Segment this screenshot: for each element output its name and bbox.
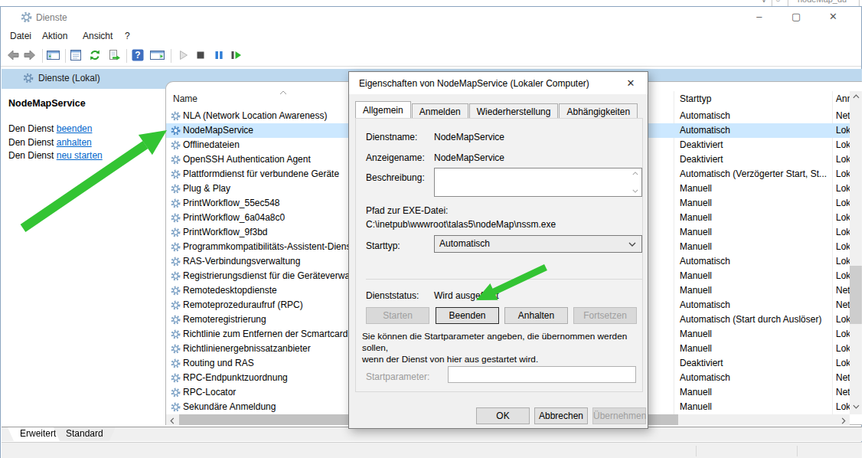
service-name-cell: Plug & Play <box>183 183 230 194</box>
tab-anmelden[interactable]: Anmelden <box>412 103 468 119</box>
close-button[interactable]: ✕ <box>816 7 850 28</box>
properties-dialog: Eigenschaften von NodeMapService (Lokale… <box>348 71 648 429</box>
service-starttype-cell: Automatisch <box>680 372 730 383</box>
column-header-starttype[interactable]: Starttyp <box>680 93 711 104</box>
title-bar[interactable]: Dienste – ▢ ✕ <box>1 7 861 28</box>
service-logon-cell: Lokales System <box>836 343 850 354</box>
dialog-title-bar[interactable]: Eigenschaften von NodeMapService (Lokale… <box>349 72 648 94</box>
service-gear-icon <box>171 329 181 342</box>
menu-help[interactable]: ? <box>125 31 130 41</box>
start-service-icon[interactable] <box>176 48 191 64</box>
scroll-up-icon[interactable] <box>850 91 862 104</box>
service-name-cell: Routing und RAS <box>183 358 254 368</box>
service-name-cell: Remotedesktopdienste <box>183 285 277 296</box>
service-starttype-cell: Manuell <box>680 329 712 339</box>
startparameter-input[interactable] <box>448 366 636 383</box>
service-logon-cell: Lokales System <box>836 358 850 368</box>
service-gear-icon <box>171 169 181 182</box>
selected-service-title: NodeMapService <box>8 98 86 109</box>
back-icon[interactable] <box>6 48 21 64</box>
service-starttype-cell: Manuell <box>680 212 712 223</box>
service-logon-cell: Netzwerkdienst <box>836 387 850 397</box>
service-logon-cell: Lokales System <box>836 154 850 165</box>
restart-service-icon[interactable] <box>229 48 244 64</box>
service-name-cell: OpenSSH Authentication Agent <box>183 154 311 165</box>
dienststatus-value: Wird ausgeführt <box>434 290 499 301</box>
service-logon-cell: Netzwerkdienst <box>836 110 850 121</box>
column-header-logon[interactable]: Anmelden als <box>836 93 850 104</box>
link-prefix: Den Dienst <box>8 123 57 134</box>
service-gear-icon <box>171 198 181 211</box>
vertical-scroll-thumb[interactable] <box>850 266 862 324</box>
scroll-left-icon[interactable] <box>166 414 178 425</box>
startparameter-label: Startparameter: <box>366 371 429 382</box>
ok-button[interactable]: OK <box>476 407 530 424</box>
service-logon-cell: Lokales System <box>836 212 850 223</box>
column-header-name[interactable]: Name <box>173 93 197 104</box>
service-name-cell: RPC-Locator <box>183 387 236 397</box>
maximize-button[interactable]: ▢ <box>779 7 814 28</box>
service-logon-cell: Lokales System <box>836 256 850 267</box>
properties-icon[interactable] <box>69 48 84 64</box>
vertical-scrollbar[interactable] <box>850 91 862 414</box>
starttyp-select[interactable]: Automatisch <box>434 235 642 253</box>
pause-service-icon[interactable] <box>212 48 227 64</box>
beenden-button[interactable]: Beenden <box>436 307 499 324</box>
screen: ∨ ○ nodeMap_du Dienste – ▢ ✕ Datei Aktio… <box>0 0 868 458</box>
export-list-icon[interactable] <box>107 48 122 64</box>
show-console-tree-icon[interactable] <box>46 48 61 64</box>
service-gear-icon <box>171 257 181 269</box>
service-name-cell: Sekundäre Anmeldung <box>183 401 276 412</box>
minimize-button[interactable]: – <box>742 7 776 28</box>
pfad-value: C:\inetpub\wwwroot\talas5\nodeMap\nssm.e… <box>366 219 556 230</box>
service-logon-cell: Netzwerkdienst <box>836 285 850 296</box>
service-gear-icon <box>171 213 181 225</box>
help-icon[interactable]: ? <box>131 48 146 64</box>
scroll-right-icon[interactable] <box>837 414 850 425</box>
anhalten-button[interactable]: Anhalten <box>504 307 568 324</box>
uebernehmen-button[interactable]: Übernehmen <box>592 407 646 424</box>
startparameter-hint-line1: Sie können die Startparameter angeben, d… <box>362 331 642 354</box>
restart-service-link[interactable]: neu starten <box>57 150 103 161</box>
tab-standard[interactable]: Standard <box>54 427 116 441</box>
service-starttype-cell: Manuell <box>680 183 712 194</box>
menu-datei[interactable]: Datei <box>10 31 31 41</box>
fortsetzen-button[interactable]: Fortsetzen <box>573 307 637 324</box>
services-gear-icon <box>21 11 32 25</box>
refresh-icon[interactable] <box>88 48 103 64</box>
show-action-pane-icon[interactable] <box>149 48 165 64</box>
service-name-cell: Offlinedateien <box>183 139 240 150</box>
stop-service-link[interactable]: beenden <box>57 123 93 134</box>
pause-service-link[interactable]: anhalten <box>57 137 92 148</box>
service-name-cell: Richtlinienergebnissatzanbieter <box>183 343 311 354</box>
textarea-scrollbar[interactable] <box>630 169 641 195</box>
service-gear-icon <box>171 155 181 167</box>
service-name-cell: RAS-Verbindungsverwaltung <box>183 256 300 267</box>
service-gear-icon <box>171 184 181 196</box>
service-name-cell: Registrierungsdienst für die Geräteverwa… <box>183 270 370 281</box>
service-starttype-cell: Automatisch <box>680 256 730 267</box>
service-name-cell: PrintWorkflow_9f3bd <box>183 227 268 237</box>
service-gear-icon <box>171 388 181 400</box>
service-gear-icon <box>171 242 181 254</box>
sort-ascending-icon <box>279 87 287 97</box>
scroll-down-icon[interactable] <box>850 401 862 414</box>
forward-icon[interactable] <box>23 48 38 64</box>
tab-abhaengigkeiten[interactable]: Abhängigkeiten <box>559 103 638 119</box>
service-logon-cell: Lokales System <box>836 227 850 237</box>
beschreibung-textarea[interactable] <box>434 168 642 197</box>
dialog-close-icon[interactable]: ✕ <box>620 76 641 91</box>
beschreibung-label: Beschreibung: <box>366 172 425 183</box>
service-gear-icon <box>171 315 181 327</box>
service-name-cell: PrintWorkflow_55ec548 <box>183 198 280 208</box>
tab-wiederherstellung[interactable]: Wiederherstellung <box>469 103 559 119</box>
menu-ansicht[interactable]: Ansicht <box>83 31 113 41</box>
stop-service-icon[interactable] <box>194 48 209 64</box>
service-logon-cell: Lokales System <box>836 198 850 208</box>
menu-bar: Datei Aktion Ansicht ? <box>1 28 861 45</box>
menu-aktion[interactable]: Aktion <box>42 31 67 41</box>
abbrechen-button[interactable]: Abbrechen <box>534 407 588 424</box>
dienstname-value: NodeMapService <box>434 132 504 142</box>
extended-info-pane: NodeMapService Den Dienst beenden Den Di… <box>2 89 158 426</box>
starten-button[interactable]: Starten <box>366 307 429 324</box>
